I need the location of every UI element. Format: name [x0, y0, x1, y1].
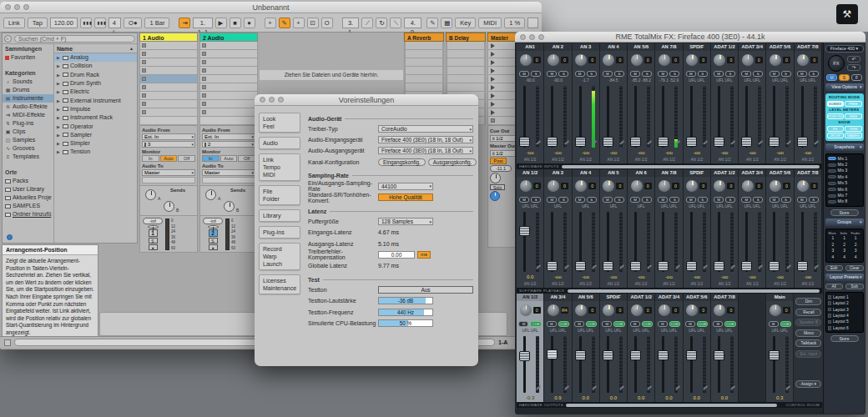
arm-button[interactable]: ●	[149, 244, 158, 250]
group-number[interactable]: 3	[843, 249, 845, 254]
group-number[interactable]: 3	[855, 249, 857, 254]
input-type-select[interactable]: Ext. In	[202, 133, 255, 140]
sidebar-item-favoriten[interactable]: Favoriten	[3, 53, 53, 62]
mute-button[interactable]: M	[797, 71, 807, 77]
live-title-bar[interactable]: Unbenannt	[0, 2, 542, 13]
scene-play-icon[interactable]	[491, 68, 495, 73]
channel-name[interactable]: ADAT 3/4	[655, 294, 682, 301]
minimize-button[interactable]	[529, 34, 535, 40]
mute-button[interactable]: M	[685, 321, 695, 327]
fader-value[interactable]: -oo	[711, 149, 738, 157]
prefs-tab-file[interactable]: FileFolder	[259, 185, 300, 205]
return-clip-slot[interactable]	[447, 75, 485, 83]
group-row[interactable]: 333	[828, 249, 861, 254]
zoom-button[interactable]	[278, 97, 284, 103]
channel-name[interactable]: ADAT 1/2	[711, 169, 738, 177]
solo-button[interactable]: S	[642, 71, 652, 77]
snapshot-select-icon[interactable]	[828, 188, 836, 191]
output-select[interactable]: Master	[202, 169, 255, 176]
mute-button[interactable]: M	[575, 197, 585, 203]
channel-name[interactable]: AN 5/6	[628, 43, 654, 51]
view-options-header[interactable]: View Options	[825, 83, 864, 91]
return-clip-slot[interactable]	[447, 42, 485, 50]
group-number[interactable]: 4	[832, 255, 835, 261]
minimize-button[interactable]	[269, 97, 275, 103]
return-clip-slot[interactable]	[405, 67, 443, 75]
prefs-number-input[interactable]: 0.00	[378, 251, 415, 259]
pan-knob[interactable]	[659, 304, 670, 316]
mute-button[interactable]: M	[769, 321, 779, 327]
scene-play-icon[interactable]	[491, 60, 495, 65]
clip-slot[interactable]	[139, 83, 198, 92]
fader-handle[interactable]	[686, 350, 697, 360]
expand-arrow-icon[interactable]: ▶	[57, 71, 61, 79]
fader-handle[interactable]	[769, 261, 780, 271]
send-a-knob[interactable]	[205, 189, 216, 200]
layout-checkbox[interactable]	[828, 320, 832, 324]
clip-stop-icon[interactable]	[142, 52, 146, 56]
clip-slot[interactable]	[139, 100, 198, 108]
fader-handle[interactable]	[630, 350, 641, 360]
return-clip-slot[interactable]	[447, 83, 485, 92]
channel-name[interactable]: ADAT 5/6	[766, 43, 793, 51]
nudge-up-button[interactable]: ▮▮▮	[94, 18, 106, 28]
mute-button[interactable]: M	[575, 71, 585, 77]
prefs-tab-library[interactable]: Library	[259, 209, 300, 222]
clip-slot[interactable]	[139, 117, 198, 125]
expand-arrow-icon[interactable]: ▶	[57, 105, 61, 113]
pan-knob[interactable]	[770, 54, 781, 66]
solo-button[interactable]: S	[558, 71, 568, 77]
browser-item[interactable]: ▶Drum Synth	[54, 79, 137, 88]
track-header[interactable]: 2 Audio	[199, 33, 258, 42]
expand-arrow-icon[interactable]: ▶	[57, 113, 61, 122]
fader-handle[interactable]	[741, 137, 752, 147]
master-volume-field[interactable]: -11.1	[490, 165, 512, 172]
solo-button[interactable]: S	[558, 197, 568, 203]
sidebar-item-drums[interactable]: ▦Drums	[3, 86, 53, 94]
scene-play-icon[interactable]	[491, 85, 495, 90]
sidebar-item-packs[interactable]: Packs	[3, 177, 53, 185]
clip-slot[interactable]	[199, 117, 258, 125]
clip-stop-icon[interactable]	[142, 102, 146, 106]
mute-button[interactable]: M	[714, 71, 724, 77]
solo-button[interactable]: S	[614, 71, 624, 77]
monitor-off-button[interactable]: Off	[238, 155, 255, 162]
clip-stop-icon[interactable]	[202, 68, 206, 73]
fader-value[interactable]: 0.0	[684, 394, 710, 402]
scene-play-icon[interactable]	[491, 43, 495, 48]
loop-start-field[interactable]: 3. 1. 1	[342, 18, 360, 28]
fader-handle[interactable]	[769, 137, 780, 147]
prefs-slider[interactable]: -36 dB	[378, 297, 433, 304]
snapshot-item[interactable]: Mix 8	[828, 199, 861, 204]
sidebar-item-aktuelles-proje[interactable]: Aktuelles Proje	[3, 193, 53, 202]
prefs-select[interactable]: 128 Samples	[378, 218, 433, 225]
fader-value[interactable]: -oo	[573, 149, 599, 157]
mute-button[interactable]: M	[658, 71, 668, 77]
output-channel-select[interactable]	[142, 177, 195, 183]
preview-button[interactable]: ▹	[4, 35, 12, 43]
arm-button[interactable]: ●	[209, 244, 218, 250]
fader-handle[interactable]	[603, 350, 613, 360]
cue-button[interactable]: CUE	[613, 321, 624, 327]
hardware-outputs-scrollbar[interactable]: HARDWARE OUTPUTSCONTROL ROOM	[517, 402, 822, 408]
clip-slot[interactable]	[199, 42, 258, 50]
punch-in-button[interactable]: ⟋	[361, 18, 373, 28]
clip-stop-icon[interactable]	[202, 110, 206, 114]
fader-value[interactable]: -oo	[600, 274, 627, 281]
talkback-button[interactable]: Talkback	[795, 339, 821, 347]
fader-value[interactable]: 0.0	[600, 394, 627, 402]
sidebar-item-clips[interactable]: ▣Clips	[3, 128, 53, 136]
capture-midi-button[interactable]: ⊡	[307, 18, 319, 28]
mute-button[interactable]: M	[770, 71, 780, 77]
pan-knob[interactable]	[686, 54, 698, 66]
return-clip-slot[interactable]	[405, 42, 443, 50]
solo-button[interactable]: S	[614, 197, 624, 203]
totalmix-title-bar[interactable]: RME TotalMix FX: Fireface 400 (3E0) - 44…	[515, 32, 865, 43]
monitor-auto-button[interactable]: Auto	[160, 155, 178, 162]
tempo-field[interactable]: 120.00	[50, 18, 78, 28]
snapshot-item[interactable]: Mix 2	[828, 162, 861, 167]
expand-arrow-icon[interactable]: ▶	[57, 53, 61, 62]
browser-item[interactable]: ▶Collision	[54, 62, 137, 70]
clip-slot[interactable]	[199, 67, 258, 75]
clip-stop-icon[interactable]	[142, 43, 146, 48]
